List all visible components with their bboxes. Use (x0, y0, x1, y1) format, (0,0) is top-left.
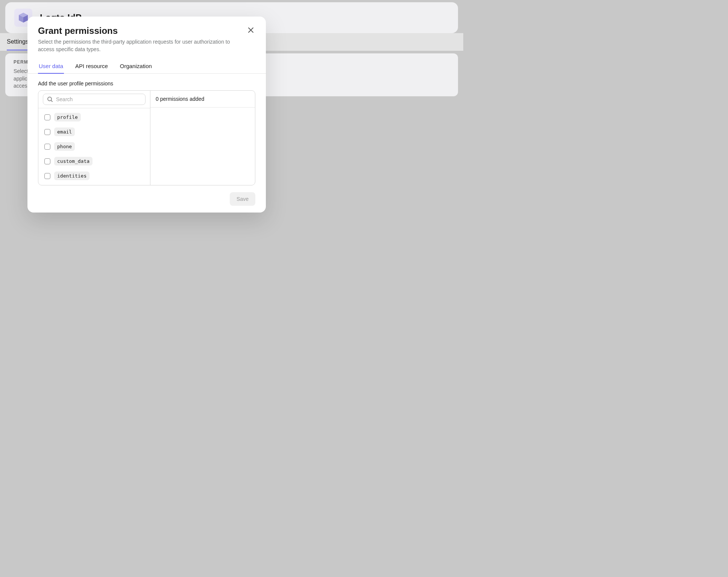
grant-permissions-modal: Grant permissions Select the permissions… (27, 17, 266, 213)
modal-title: Grant permissions (38, 26, 239, 36)
permission-tag: email (54, 128, 75, 136)
added-count-label: 0 permissions added (150, 91, 255, 108)
permission-checkbox[interactable] (44, 144, 50, 150)
tab-organization[interactable]: Organization (119, 60, 153, 74)
permission-checkbox[interactable] (44, 114, 50, 120)
permission-item: profile (43, 110, 149, 125)
modal-header: Grant permissions Select the permissions… (27, 26, 266, 53)
modal-footer: Save (27, 185, 266, 206)
permission-item: custom_data (43, 154, 149, 169)
permission-checkbox[interactable] (44, 129, 50, 135)
modal-overlay: Grant permissions Select the permissions… (0, 0, 463, 366)
save-button[interactable]: Save (230, 192, 255, 206)
modal-body: Add the user profile permissions (27, 74, 266, 185)
permission-item: identities (43, 169, 149, 183)
permission-item: roles (43, 183, 149, 185)
permissions-list[interactable]: profile email phone custom_data (38, 108, 150, 185)
search-box (43, 94, 146, 105)
modal-subtitle: Select the permissions the third-party a… (38, 38, 239, 53)
permission-item: email (43, 125, 149, 139)
permission-tag: custom_data (54, 157, 93, 166)
permission-tag: identities (54, 172, 89, 180)
dual-panel: profile email phone custom_data (38, 90, 255, 185)
search-icon (47, 96, 53, 102)
added-permissions-panel: 0 permissions added (150, 91, 255, 185)
tab-user-data[interactable]: User data (38, 60, 64, 74)
search-wrap (38, 91, 150, 108)
close-button[interactable] (246, 26, 255, 35)
close-icon (248, 27, 254, 33)
modal-tabs: User data API resource Organization (27, 60, 266, 74)
permission-checkbox[interactable] (44, 173, 50, 179)
tab-api-resource[interactable]: API resource (74, 60, 109, 74)
permissions-section-label: Add the user profile permissions (38, 80, 255, 87)
search-input[interactable] (56, 96, 141, 102)
permission-tag: phone (54, 142, 75, 151)
permission-tag: profile (54, 113, 81, 121)
available-permissions-panel: profile email phone custom_data (38, 91, 150, 185)
permission-checkbox[interactable] (44, 158, 50, 164)
permission-item: phone (43, 139, 149, 154)
